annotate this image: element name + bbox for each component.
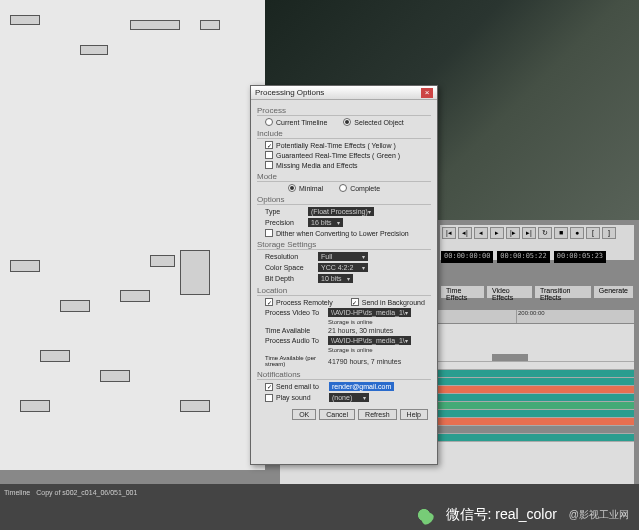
label-bg: Send in Background: [362, 299, 425, 306]
section-mode: Mode: [257, 172, 431, 182]
radio-current-timeline[interactable]: [265, 118, 273, 126]
label-current: Current Timeline: [276, 119, 327, 126]
label-sound: Play sound: [276, 394, 326, 401]
chk-sound[interactable]: [265, 394, 273, 402]
tab-video-effects[interactable]: Video Effects: [486, 285, 533, 299]
dropdown-precision[interactable]: 16 bits: [308, 218, 343, 227]
radio-complete[interactable]: [339, 184, 347, 192]
section-process: Process: [257, 106, 431, 116]
dropdown-bitdepth[interactable]: 10 bits: [318, 274, 353, 283]
graph-node[interactable]: [60, 300, 90, 312]
clip[interactable]: [492, 354, 527, 361]
ok-button[interactable]: OK: [292, 409, 316, 420]
radio-minimal[interactable]: [288, 184, 296, 192]
graph-node[interactable]: [150, 255, 175, 267]
bottom-bar: Timeline Copy of s002_c014_06/051_001: [0, 484, 639, 500]
wechat-icon: [414, 505, 434, 525]
graph-node[interactable]: [200, 20, 220, 30]
timecode-1[interactable]: 00:00:00:00: [441, 251, 493, 263]
value-time-stream: 41790 hours, 7 minutes: [328, 358, 401, 365]
radio-selected-object[interactable]: [343, 118, 351, 126]
tab-generate[interactable]: Generate: [593, 285, 634, 299]
label-missing: Missing Media and Effects: [276, 162, 358, 169]
mark-out-button[interactable]: ]: [602, 227, 616, 239]
label-complete: Complete: [350, 185, 380, 192]
record-button[interactable]: ●: [570, 227, 584, 239]
chk-guaranteed[interactable]: [265, 151, 273, 159]
label-time-stream: Time Available (per stream): [265, 355, 325, 367]
chk-dither[interactable]: [265, 229, 273, 237]
loop-button[interactable]: ↻: [538, 227, 552, 239]
play-button[interactable]: ▸: [490, 227, 504, 239]
dropdown-type[interactable]: (Float Processing): [308, 207, 374, 216]
timecode-row: 00:00:00:00 00:00:05:22 00:00:05:23: [440, 250, 634, 264]
refresh-button[interactable]: Refresh: [358, 409, 397, 420]
label-audio-to: Process Audio To: [265, 337, 325, 344]
graph-node[interactable]: [130, 20, 180, 30]
dropdown-resolution[interactable]: Full: [318, 252, 368, 261]
close-icon[interactable]: ×: [421, 88, 433, 98]
chk-potentially[interactable]: [265, 141, 273, 149]
label-time-available: Time Available: [265, 327, 325, 334]
graph-node[interactable]: [20, 400, 50, 412]
credit-label: @影视工业网: [569, 508, 629, 522]
label-guaranteed: Guaranteed Real-Time Effects ( Green ): [276, 152, 400, 159]
tab-time-effects[interactable]: Time Effects: [440, 285, 485, 299]
dropdown-colorspace[interactable]: YCC 4:2:2: [318, 263, 368, 272]
goto-end-button[interactable]: ▸|: [522, 227, 536, 239]
timecode-2[interactable]: 00:00:05:22: [497, 251, 549, 263]
label-bitdepth: Bit Depth: [265, 275, 315, 282]
dropdown-audio-to[interactable]: \\AVID-HP\ds_media_1\: [328, 336, 411, 345]
cancel-button[interactable]: Cancel: [319, 409, 355, 420]
section-notifications: Notifications: [257, 370, 431, 380]
graph-node[interactable]: [80, 45, 108, 55]
help-button[interactable]: Help: [400, 409, 428, 420]
label-colorspace: Color Space: [265, 264, 315, 271]
chk-email[interactable]: [265, 383, 273, 391]
dropdown-sound[interactable]: (none): [329, 393, 369, 402]
wechat-label: 微信号: real_color: [446, 506, 557, 524]
graph-node[interactable]: [10, 260, 40, 272]
bottom-label: Timeline: [4, 489, 30, 496]
chk-bg[interactable]: [351, 298, 359, 306]
chk-missing[interactable]: [265, 161, 273, 169]
clip-name: Copy of s002_c014_06/051_001: [36, 489, 137, 496]
graph-node[interactable]: [100, 370, 130, 382]
label-precision: Precision: [265, 219, 305, 226]
graph-node[interactable]: [120, 290, 150, 302]
label-email: Send email to: [276, 383, 326, 390]
ruler-tick: 200:00:00: [516, 310, 634, 323]
watermark-footer: 微信号: real_color @影视工业网: [0, 500, 639, 530]
label-selected: Selected Object: [354, 119, 403, 126]
dialog-titlebar[interactable]: Processing Options ×: [251, 86, 437, 100]
play-reverse-button[interactable]: ◂: [474, 227, 488, 239]
node-graph-panel[interactable]: [0, 0, 265, 470]
step-fwd-button[interactable]: |▸: [506, 227, 520, 239]
value-time-available: 21 hours, 30 minutes: [328, 327, 393, 334]
label-remote: Process Remotely: [276, 299, 333, 306]
section-location: Location: [257, 286, 431, 296]
dropdown-video-to[interactable]: \\AVID-HP\ds_media_1\: [328, 308, 411, 317]
graph-node[interactable]: [40, 350, 70, 362]
note-video-storage: Storage is online: [328, 319, 373, 325]
goto-start-button[interactable]: |◂: [442, 227, 456, 239]
graph-node[interactable]: [10, 15, 40, 25]
timecode-3[interactable]: 00:00:05:23: [554, 251, 606, 263]
note-audio-storage: Storage is online: [328, 347, 373, 353]
chk-remote[interactable]: [265, 298, 273, 306]
effects-tabs: Time Effects Video Effects Transition Ef…: [440, 285, 634, 299]
graph-node[interactable]: [180, 250, 210, 295]
label-resolution: Resolution: [265, 253, 315, 260]
section-options: Options: [257, 195, 431, 205]
stop-button[interactable]: ■: [554, 227, 568, 239]
label-potentially: Potentially Real-Time Effects ( Yellow ): [276, 142, 396, 149]
section-storage: Storage Settings: [257, 240, 431, 250]
input-email[interactable]: render@gmail.com: [329, 382, 394, 391]
label-minimal: Minimal: [299, 185, 323, 192]
graph-node[interactable]: [180, 400, 210, 412]
mark-in-button[interactable]: [: [586, 227, 600, 239]
label-dither: Dither when Converting to Lower Precisio…: [276, 230, 409, 237]
step-back-button[interactable]: ◂|: [458, 227, 472, 239]
tab-transition-effects[interactable]: Transition Effects: [534, 285, 592, 299]
section-include: Include: [257, 129, 431, 139]
